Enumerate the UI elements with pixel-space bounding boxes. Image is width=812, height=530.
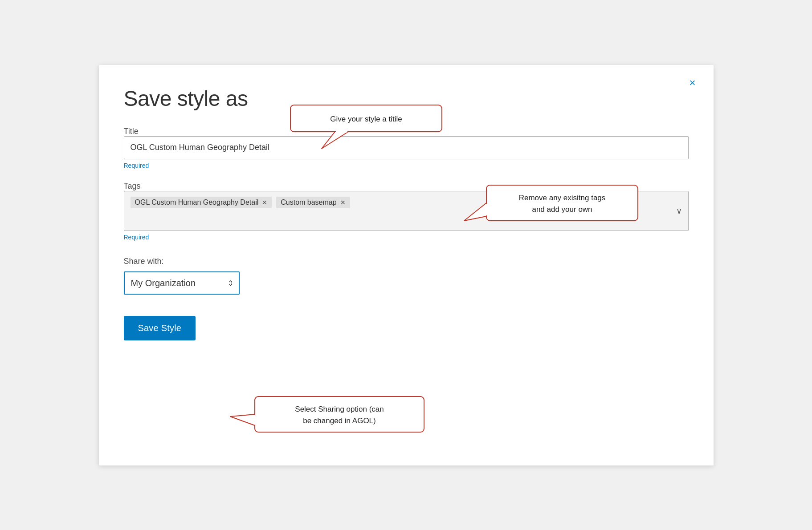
svg-rect-8 xyxy=(255,396,424,432)
share-field-group: Share with: My Organization Everyone Pri… xyxy=(124,257,689,295)
title-field-group: Title Required xyxy=(124,127,689,169)
save-style-dialog: × Save style as Title Required Tags OGL … xyxy=(99,65,714,465)
callout-share: Select Sharing option (can be changed in… xyxy=(230,396,424,432)
svg-text:Give your style a titile: Give your style a titile xyxy=(330,115,402,123)
svg-text:Select Sharing option (can: Select Sharing option (can xyxy=(295,405,384,413)
save-style-button[interactable]: Save Style xyxy=(124,316,196,340)
tag-remove-1[interactable]: ✕ xyxy=(262,199,267,206)
dialog-title: Save style as xyxy=(124,86,689,111)
share-label: Share with: xyxy=(124,257,689,266)
title-input[interactable] xyxy=(124,136,689,159)
tags-dropdown-chevron[interactable]: ∨ xyxy=(676,206,682,216)
tag-text-1: OGL Custom Human Geography Detail xyxy=(135,198,259,206)
tags-label: Tags xyxy=(124,182,141,190)
title-required: Required xyxy=(124,162,689,169)
tag-chip-1: OGL Custom Human Geography Detail ✕ xyxy=(131,197,272,208)
tags-field-group: Tags OGL Custom Human Geography Detail ✕… xyxy=(124,182,689,241)
share-select[interactable]: My Organization Everyone Private xyxy=(124,271,240,295)
tags-required: Required xyxy=(124,234,689,241)
share-select-wrapper: My Organization Everyone Private ⇕ xyxy=(124,271,240,295)
title-label: Title xyxy=(124,127,139,136)
close-button[interactable]: × xyxy=(689,77,695,88)
tag-text-2: Custom basemap xyxy=(281,198,336,206)
tag-remove-2[interactable]: ✕ xyxy=(340,199,346,206)
tags-container[interactable]: OGL Custom Human Geography Detail ✕ Cust… xyxy=(124,191,689,231)
svg-text:be changed in AGOL): be changed in AGOL) xyxy=(303,417,376,425)
tag-chip-2: Custom basemap ✕ xyxy=(276,197,350,208)
